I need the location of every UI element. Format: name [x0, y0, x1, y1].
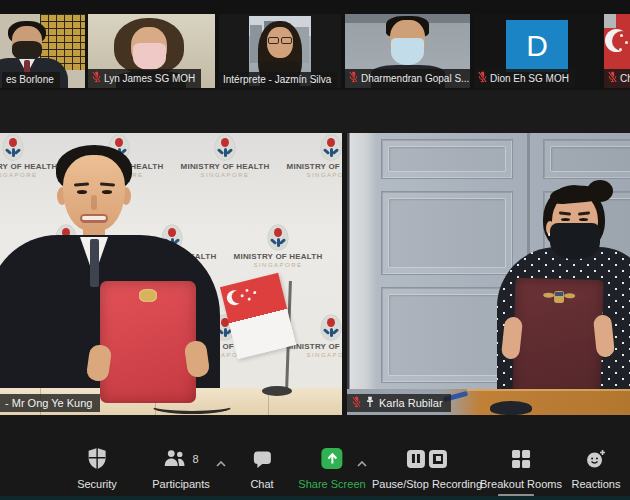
face-mask	[133, 43, 166, 70]
share-screen-chevron-icon[interactable]	[357, 453, 367, 471]
moh-logo-icon	[321, 315, 341, 340]
singapore-crest	[139, 289, 157, 302]
moh-logo-icon	[321, 135, 341, 160]
moh-backdrop-unit: MINISTRY OF HEALTHSINGAPORE	[177, 135, 273, 178]
moh-backdrop-unit: MINISTRY OF HEALTHSINGAPORE	[283, 135, 342, 178]
video-thumbnail-lyn-james[interactable]: Lyn James SG MOH	[88, 14, 215, 88]
video-thumbnail-flag[interactable]: Ch	[604, 14, 630, 88]
video-thumbnail-dharmendran[interactable]: Dharmendran Gopal S...	[345, 14, 470, 88]
participant-name-label: Ch	[604, 69, 630, 88]
main-video-name-label: Karla Rubilar	[347, 394, 451, 412]
stop-icon	[429, 450, 447, 468]
participant-name-label: es Borlone	[2, 72, 60, 88]
participant-filmstrip: es Borlone Lyn James SG MOH	[0, 0, 630, 90]
shield-icon	[77, 446, 117, 471]
security-button[interactable]: Security	[77, 446, 117, 490]
flag-base	[262, 386, 292, 396]
moh-logo-icon	[3, 135, 23, 160]
moh-backdrop-unit: MINISTRY OF HEALTHSINGAPORE	[0, 135, 61, 178]
muted-mic-icon	[352, 396, 361, 410]
strip-spacer	[0, 90, 630, 133]
maroon-agreement-folder	[512, 278, 603, 400]
moh-backdrop-unit: MINISTRY OF HEALTHSINGAPORE	[230, 225, 326, 268]
face-mask	[391, 38, 424, 65]
muted-mic-icon	[608, 71, 617, 86]
reactions-button[interactable]: Reactions	[572, 446, 621, 490]
participant-name-label: Dharmendran Gopal S...	[345, 69, 470, 88]
zoom-meeting-window: es Borlone Lyn James SG MOH	[0, 0, 630, 500]
avatar: D	[506, 20, 568, 72]
pause-icon	[407, 450, 425, 468]
pause-stop-recording-button[interactable]: Pause/Stop Recording	[372, 446, 482, 490]
chat-icon	[250, 446, 273, 471]
share-screen-icon	[298, 446, 365, 471]
participant-name-label: Intérprete - Jazmín Silva	[219, 72, 337, 88]
video-thumbnail-borlone[interactable]: es Borlone	[0, 14, 85, 88]
moh-logo-icon	[268, 225, 288, 250]
main-video-karla-rubilar[interactable]: Karla Rubilar	[347, 133, 630, 415]
muted-mic-icon	[349, 71, 358, 86]
computer-mouse	[490, 401, 532, 415]
participant-count: 8	[192, 453, 198, 465]
participants-button[interactable]: 8 Participants	[152, 446, 209, 490]
curtain	[347, 133, 377, 415]
video-thumbnail-dion[interactable]: D Dion Eh SG MOH	[474, 14, 600, 88]
face-mask	[550, 223, 600, 259]
breakout-rooms-button[interactable]: Breakout Rooms	[480, 446, 562, 490]
participant-name-label: Lyn James SG MOH	[88, 69, 201, 88]
video-thumbnail-interprete[interactable]: Intérprete - Jazmín Silva	[219, 14, 341, 88]
muted-mic-icon	[478, 71, 487, 86]
reactions-icon	[572, 446, 621, 471]
muted-mic-icon	[92, 71, 101, 86]
chat-button[interactable]: Chat	[250, 446, 273, 490]
participants-icon: 8	[152, 446, 209, 471]
main-video-name-label: - Mr Ong Ye Kung	[0, 394, 100, 412]
moh-logo-icon	[215, 135, 235, 160]
pause-stop-icons	[372, 446, 482, 471]
share-screen-button[interactable]: Share Screen	[298, 446, 365, 490]
breakout-rooms-icon	[480, 446, 562, 471]
wall-panel	[381, 191, 513, 275]
wall-panel	[543, 139, 630, 179]
wall-panel	[381, 287, 513, 383]
glasses	[268, 37, 279, 44]
chile-coat-of-arms	[543, 289, 575, 306]
wall-panel	[381, 139, 513, 179]
participants-chevron-icon[interactable]	[216, 453, 226, 471]
pin-icon	[365, 396, 375, 410]
bottom-edge-strip	[0, 496, 630, 500]
main-video-ong-ye-kung[interactable]: MINISTRY OF HEALTHSINGAPOREMINISTRY OF H…	[0, 133, 342, 415]
participant-name-label: Dion Eh SG MOH	[474, 69, 575, 88]
